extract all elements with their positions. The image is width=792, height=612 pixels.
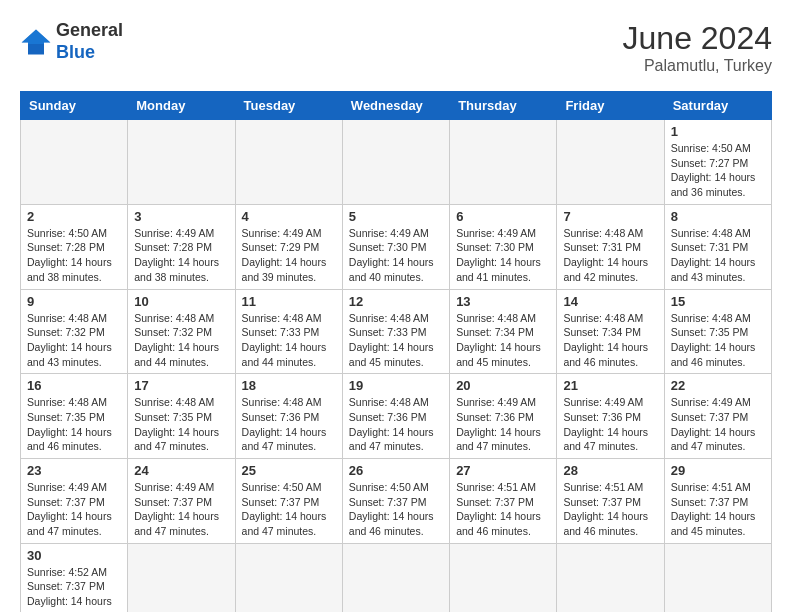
day-number: 26 (349, 463, 443, 478)
logo-text: General Blue (56, 20, 123, 63)
calendar-cell: 20Sunrise: 4:49 AMSunset: 7:36 PMDayligh… (450, 374, 557, 459)
day-info: Sunrise: 4:48 AMSunset: 7:33 PMDaylight:… (349, 311, 443, 370)
day-number: 28 (563, 463, 657, 478)
day-info: Sunrise: 4:48 AMSunset: 7:34 PMDaylight:… (563, 311, 657, 370)
calendar-cell: 17Sunrise: 4:48 AMSunset: 7:35 PMDayligh… (128, 374, 235, 459)
day-info: Sunrise: 4:51 AMSunset: 7:37 PMDaylight:… (456, 480, 550, 539)
col-saturday: Saturday (664, 92, 771, 120)
col-friday: Friday (557, 92, 664, 120)
calendar-cell: 1Sunrise: 4:50 AMSunset: 7:27 PMDaylight… (664, 120, 771, 205)
day-number: 19 (349, 378, 443, 393)
day-info: Sunrise: 4:48 AMSunset: 7:32 PMDaylight:… (134, 311, 228, 370)
day-info: Sunrise: 4:51 AMSunset: 7:37 PMDaylight:… (563, 480, 657, 539)
day-number: 14 (563, 294, 657, 309)
header-row: Sunday Monday Tuesday Wednesday Thursday… (21, 92, 772, 120)
day-info: Sunrise: 4:48 AMSunset: 7:35 PMDaylight:… (671, 311, 765, 370)
day-info: Sunrise: 4:48 AMSunset: 7:33 PMDaylight:… (242, 311, 336, 370)
location-label: Palamutlu, Turkey (623, 57, 772, 75)
general-blue-icon (20, 28, 52, 56)
calendar-cell (450, 543, 557, 612)
logo-blue: Blue (56, 42, 95, 62)
calendar-cell: 12Sunrise: 4:48 AMSunset: 7:33 PMDayligh… (342, 289, 449, 374)
calendar-cell: 13Sunrise: 4:48 AMSunset: 7:34 PMDayligh… (450, 289, 557, 374)
col-wednesday: Wednesday (342, 92, 449, 120)
day-info: Sunrise: 4:50 AMSunset: 7:37 PMDaylight:… (349, 480, 443, 539)
day-number: 16 (27, 378, 121, 393)
day-number: 17 (134, 378, 228, 393)
day-info: Sunrise: 4:49 AMSunset: 7:28 PMDaylight:… (134, 226, 228, 285)
calendar-cell (128, 120, 235, 205)
calendar-header: Sunday Monday Tuesday Wednesday Thursday… (21, 92, 772, 120)
day-info: Sunrise: 4:48 AMSunset: 7:34 PMDaylight:… (456, 311, 550, 370)
day-info: Sunrise: 4:49 AMSunset: 7:36 PMDaylight:… (456, 395, 550, 454)
day-info: Sunrise: 4:48 AMSunset: 7:32 PMDaylight:… (27, 311, 121, 370)
calendar-cell (557, 543, 664, 612)
calendar-table: Sunday Monday Tuesday Wednesday Thursday… (20, 91, 772, 612)
calendar-week-2: 2Sunrise: 4:50 AMSunset: 7:28 PMDaylight… (21, 204, 772, 289)
calendar-cell (21, 120, 128, 205)
day-number: 11 (242, 294, 336, 309)
calendar-cell: 30Sunrise: 4:52 AMSunset: 7:37 PMDayligh… (21, 543, 128, 612)
day-info: Sunrise: 4:48 AMSunset: 7:36 PMDaylight:… (349, 395, 443, 454)
day-number: 2 (27, 209, 121, 224)
day-info: Sunrise: 4:50 AMSunset: 7:27 PMDaylight:… (671, 141, 765, 200)
calendar-cell: 18Sunrise: 4:48 AMSunset: 7:36 PMDayligh… (235, 374, 342, 459)
day-number: 18 (242, 378, 336, 393)
header: General Blue June 2024 Palamutlu, Turkey (20, 20, 772, 75)
calendar-cell: 10Sunrise: 4:48 AMSunset: 7:32 PMDayligh… (128, 289, 235, 374)
calendar-cell: 9Sunrise: 4:48 AMSunset: 7:32 PMDaylight… (21, 289, 128, 374)
calendar-cell: 25Sunrise: 4:50 AMSunset: 7:37 PMDayligh… (235, 459, 342, 544)
col-thursday: Thursday (450, 92, 557, 120)
col-tuesday: Tuesday (235, 92, 342, 120)
day-number: 10 (134, 294, 228, 309)
day-info: Sunrise: 4:49 AMSunset: 7:37 PMDaylight:… (27, 480, 121, 539)
calendar-cell (235, 543, 342, 612)
calendar-cell: 6Sunrise: 4:49 AMSunset: 7:30 PMDaylight… (450, 204, 557, 289)
logo: General Blue (20, 20, 123, 63)
day-info: Sunrise: 4:52 AMSunset: 7:37 PMDaylight:… (27, 565, 121, 612)
month-year-title: June 2024 (623, 20, 772, 57)
day-number: 12 (349, 294, 443, 309)
day-info: Sunrise: 4:48 AMSunset: 7:31 PMDaylight:… (671, 226, 765, 285)
calendar-cell: 4Sunrise: 4:49 AMSunset: 7:29 PMDaylight… (235, 204, 342, 289)
calendar-cell: 7Sunrise: 4:48 AMSunset: 7:31 PMDaylight… (557, 204, 664, 289)
day-number: 3 (134, 209, 228, 224)
calendar-cell: 15Sunrise: 4:48 AMSunset: 7:35 PMDayligh… (664, 289, 771, 374)
day-info: Sunrise: 4:51 AMSunset: 7:37 PMDaylight:… (671, 480, 765, 539)
day-info: Sunrise: 4:50 AMSunset: 7:28 PMDaylight:… (27, 226, 121, 285)
day-number: 5 (349, 209, 443, 224)
calendar-cell (342, 120, 449, 205)
day-number: 6 (456, 209, 550, 224)
calendar-cell: 2Sunrise: 4:50 AMSunset: 7:28 PMDaylight… (21, 204, 128, 289)
calendar-body: 1Sunrise: 4:50 AMSunset: 7:27 PMDaylight… (21, 120, 772, 613)
svg-marker-1 (22, 29, 51, 43)
calendar-cell: 23Sunrise: 4:49 AMSunset: 7:37 PMDayligh… (21, 459, 128, 544)
calendar-cell: 29Sunrise: 4:51 AMSunset: 7:37 PMDayligh… (664, 459, 771, 544)
day-number: 25 (242, 463, 336, 478)
day-info: Sunrise: 4:48 AMSunset: 7:35 PMDaylight:… (134, 395, 228, 454)
calendar-cell: 14Sunrise: 4:48 AMSunset: 7:34 PMDayligh… (557, 289, 664, 374)
calendar-cell: 26Sunrise: 4:50 AMSunset: 7:37 PMDayligh… (342, 459, 449, 544)
calendar-cell: 16Sunrise: 4:48 AMSunset: 7:35 PMDayligh… (21, 374, 128, 459)
day-info: Sunrise: 4:49 AMSunset: 7:30 PMDaylight:… (456, 226, 550, 285)
calendar-week-5: 23Sunrise: 4:49 AMSunset: 7:37 PMDayligh… (21, 459, 772, 544)
day-info: Sunrise: 4:49 AMSunset: 7:29 PMDaylight:… (242, 226, 336, 285)
day-info: Sunrise: 4:49 AMSunset: 7:37 PMDaylight:… (134, 480, 228, 539)
calendar-cell (342, 543, 449, 612)
calendar-week-1: 1Sunrise: 4:50 AMSunset: 7:27 PMDaylight… (21, 120, 772, 205)
day-number: 30 (27, 548, 121, 563)
calendar-cell: 28Sunrise: 4:51 AMSunset: 7:37 PMDayligh… (557, 459, 664, 544)
calendar-week-4: 16Sunrise: 4:48 AMSunset: 7:35 PMDayligh… (21, 374, 772, 459)
day-number: 29 (671, 463, 765, 478)
calendar-cell: 3Sunrise: 4:49 AMSunset: 7:28 PMDaylight… (128, 204, 235, 289)
day-number: 15 (671, 294, 765, 309)
calendar-cell: 19Sunrise: 4:48 AMSunset: 7:36 PMDayligh… (342, 374, 449, 459)
day-number: 9 (27, 294, 121, 309)
logo-general: General (56, 20, 123, 40)
day-number: 8 (671, 209, 765, 224)
calendar-cell: 5Sunrise: 4:49 AMSunset: 7:30 PMDaylight… (342, 204, 449, 289)
calendar-cell: 24Sunrise: 4:49 AMSunset: 7:37 PMDayligh… (128, 459, 235, 544)
day-number: 1 (671, 124, 765, 139)
calendar-cell (557, 120, 664, 205)
calendar-cell (450, 120, 557, 205)
